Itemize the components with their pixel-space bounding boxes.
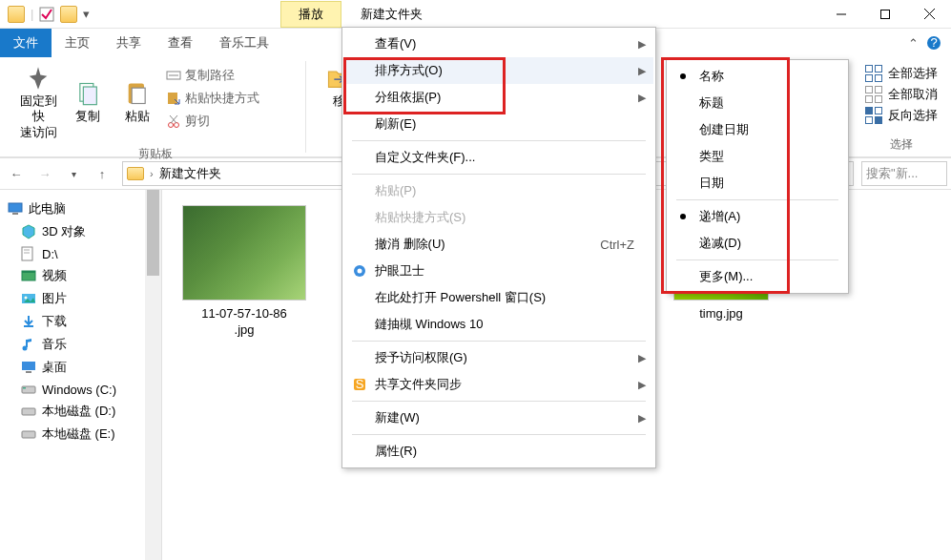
select-invert-icon bbox=[865, 107, 882, 124]
tab-file[interactable]: 文件 bbox=[0, 29, 52, 57]
tree-item-pictures[interactable]: 图片 bbox=[4, 287, 157, 310]
minimize-button[interactable] bbox=[819, 0, 863, 29]
scrollbar-thumb[interactable] bbox=[147, 190, 159, 276]
breadcrumb-segment[interactable]: 新建文件夹 bbox=[159, 165, 221, 182]
copy-path-button[interactable]: 复制路径 bbox=[162, 65, 238, 86]
pin-label: 固定到快 速访问 bbox=[15, 93, 61, 140]
menu-label: 粘贴(P) bbox=[375, 182, 416, 199]
menu-customize-folder[interactable]: 自定义文件夹(F)... bbox=[344, 144, 653, 171]
sort-by-name[interactable]: 名称 bbox=[669, 63, 846, 90]
tree-item-desktop[interactable]: 桌面 bbox=[4, 356, 157, 379]
tree-item-videos[interactable]: 视频 bbox=[4, 264, 157, 287]
menu-paste-shortcut: 粘贴快捷方式(S) bbox=[344, 204, 653, 231]
qat-checkbox-icon[interactable] bbox=[39, 7, 54, 22]
search-input[interactable]: 搜索"新... bbox=[861, 161, 947, 186]
menu-shared-sync[interactable]: S共享文件夹同步▶ bbox=[344, 371, 653, 398]
sort-by-created[interactable]: 创建日期 bbox=[669, 116, 846, 143]
select-invert-label: 反向选择 bbox=[888, 107, 938, 124]
file-item[interactable]: 11-07-57-10-86 .jpg bbox=[177, 205, 311, 339]
menu-separator bbox=[352, 174, 646, 175]
sort-by-type[interactable]: 类型 bbox=[669, 143, 846, 170]
tree-item-downloads[interactable]: 下载 bbox=[4, 310, 157, 333]
title-bar: | ▾ 播放 新建文件夹 bbox=[0, 0, 951, 29]
nav-forward-button[interactable]: → bbox=[32, 161, 57, 186]
menu-eye-protect[interactable]: 护眼卫士 bbox=[344, 258, 653, 284]
menu-group-by[interactable]: 分组依据(P)▶ bbox=[344, 84, 653, 111]
submenu-arrow-icon: ▶ bbox=[638, 379, 646, 391]
menu-properties[interactable]: 属性(R) bbox=[344, 438, 653, 465]
help-icon[interactable]: ? bbox=[926, 35, 941, 51]
play-tools-tab[interactable]: 播放 bbox=[280, 1, 341, 28]
menu-win10[interactable]: 鏈抽槻 Windows 10 bbox=[344, 311, 653, 338]
menu-grant-access[interactable]: 授予访问权限(G)▶ bbox=[344, 344, 653, 371]
paste-label: 粘贴 bbox=[125, 109, 150, 124]
tree-item-e-localdisk[interactable]: 本地磁盘 (E:) bbox=[4, 423, 157, 446]
menu-view[interactable]: 查看(V)▶ bbox=[344, 31, 653, 57]
sort-descending[interactable]: 递减(D) bbox=[669, 230, 846, 257]
menu-refresh[interactable]: 刷新(E) bbox=[344, 111, 653, 137]
tree-label: Windows (C:) bbox=[42, 383, 116, 397]
tree-item-d-localdisk[interactable]: 本地磁盘 (D:) bbox=[4, 400, 157, 423]
sort-ascending[interactable]: 递增(A) bbox=[669, 203, 846, 230]
menu-open-powershell[interactable]: 在此处打开 Powershell 窗口(S) bbox=[344, 284, 653, 311]
menu-label: 属性(R) bbox=[375, 443, 417, 460]
qat-dropdown-icon[interactable]: ▾ bbox=[83, 7, 90, 21]
tree-label: 本地磁盘 (D:) bbox=[42, 403, 115, 420]
menu-shortcut: Ctrl+Z bbox=[600, 238, 634, 252]
tree-label: 音乐 bbox=[42, 336, 67, 353]
tree-root-label: 此电脑 bbox=[29, 200, 66, 218]
tree-item-music[interactable]: 音乐 bbox=[4, 333, 157, 356]
close-button[interactable] bbox=[907, 0, 951, 29]
nav-back-button[interactable]: ← bbox=[4, 161, 29, 186]
tree-label: 下载 bbox=[42, 313, 67, 330]
tab-view[interactable]: 查看 bbox=[155, 29, 206, 57]
tab-home[interactable]: 主页 bbox=[52, 29, 103, 57]
tree-root-this-pc[interactable]: 此电脑 bbox=[4, 197, 157, 220]
paste-button[interactable]: 粘贴 bbox=[113, 61, 162, 144]
select-invert-button[interactable]: 反向选择 bbox=[865, 107, 938, 124]
folder-icon bbox=[127, 167, 144, 180]
menu-sort-by[interactable]: 排序方式(O)▶ bbox=[344, 57, 653, 84]
tree-item-3d-objects[interactable]: 3D 对象 bbox=[4, 220, 157, 243]
tab-music-tools[interactable]: 音乐工具 bbox=[206, 29, 282, 57]
nav-recent-button[interactable]: ▾ bbox=[61, 161, 86, 186]
select-all-icon bbox=[865, 65, 882, 82]
menu-paste: 粘贴(P) bbox=[344, 177, 653, 204]
sort-by-title[interactable]: 标题 bbox=[669, 90, 846, 116]
window-controls bbox=[819, 0, 951, 29]
ribbon-group-clipboard: 固定到快 速访问 复制 粘贴 复制路径 粘贴快捷方式 剪切 bbox=[6, 61, 306, 153]
select-group-label: 选择 bbox=[890, 135, 913, 153]
menu-label: 类型 bbox=[699, 148, 724, 165]
menu-label: 分组依据(P) bbox=[375, 89, 441, 106]
paste-shortcut-button[interactable]: 粘贴快捷方式 bbox=[162, 88, 263, 109]
sort-by-date[interactable]: 日期 bbox=[669, 170, 846, 197]
tree-item-d-drive[interactable]: D:\ bbox=[4, 243, 157, 264]
cut-button[interactable]: 剪切 bbox=[162, 111, 214, 132]
menu-undo-delete[interactable]: 撤消 删除(U)Ctrl+Z bbox=[344, 231, 653, 258]
menu-label: 新建(W) bbox=[375, 409, 420, 426]
tree-label: 视频 bbox=[42, 267, 67, 284]
menu-separator bbox=[676, 259, 838, 260]
menu-label: 递增(A) bbox=[699, 208, 740, 225]
sort-more[interactable]: 更多(M)... bbox=[669, 263, 846, 290]
paste-shortcut-label: 粘贴快捷方式 bbox=[185, 90, 259, 107]
tree-scrollbar[interactable] bbox=[145, 190, 161, 560]
bullet-icon bbox=[680, 73, 686, 79]
maximize-button[interactable] bbox=[863, 0, 907, 29]
nav-up-button[interactable]: ↑ bbox=[90, 161, 114, 186]
select-all-button[interactable]: 全部选择 bbox=[865, 65, 938, 82]
tree-item-c-drive[interactable]: Windows (C:) bbox=[4, 379, 157, 400]
menu-new[interactable]: 新建(W)▶ bbox=[344, 404, 653, 431]
chevron-right-icon[interactable]: › bbox=[150, 168, 154, 179]
menu-label: 授予访问权限(G) bbox=[375, 349, 467, 366]
menu-label: 撤消 删除(U) bbox=[375, 236, 445, 253]
select-none-icon bbox=[865, 86, 882, 103]
file-name: timg.jpg bbox=[699, 306, 743, 322]
ribbon-collapse-icon[interactable]: ⌃ bbox=[908, 36, 919, 51]
copy-button[interactable]: 复制 bbox=[63, 61, 113, 144]
tab-share[interactable]: 共享 bbox=[103, 29, 155, 57]
select-none-button[interactable]: 全部取消 bbox=[865, 86, 938, 103]
submenu-arrow-icon: ▶ bbox=[638, 412, 646, 425]
svg-rect-19 bbox=[12, 213, 18, 215]
pin-button[interactable]: 固定到快 速访问 bbox=[13, 61, 63, 144]
